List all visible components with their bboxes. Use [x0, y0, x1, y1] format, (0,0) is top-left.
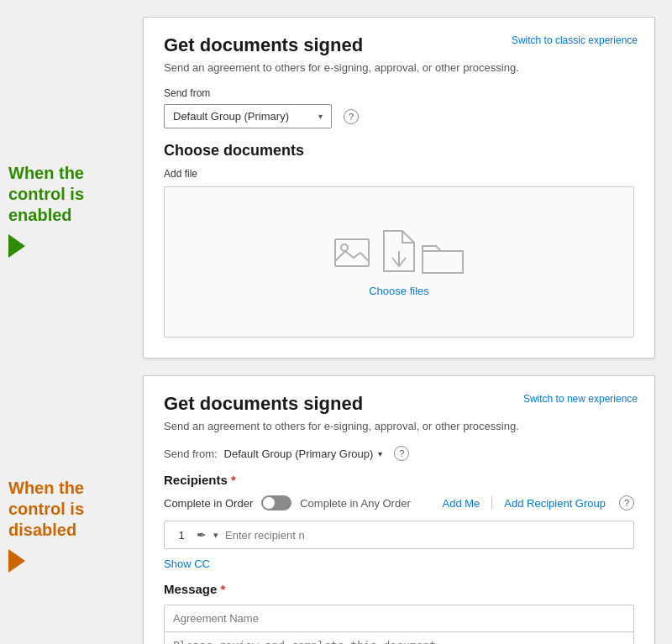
complete-order-row: Complete in Order Complete in Any Order … [164, 495, 634, 510]
enabled-label-container: When thecontrol isenabled [0, 25, 134, 344]
svg-rect-0 [335, 239, 369, 266]
recipient-num: 1 [173, 529, 190, 542]
complete-order-label: Complete in Order [164, 497, 253, 510]
panel1-subtitle: Send an agreement to others for e-signin… [164, 61, 634, 74]
send-from-label-1: Send from [164, 87, 634, 99]
help-icon-2[interactable]: ? [394, 446, 409, 461]
right-panels: Switch to classic experience Get documen… [134, 0, 672, 644]
enabled-arrow [8, 234, 25, 258]
svg-point-1 [341, 244, 348, 251]
recipient-input[interactable] [225, 529, 625, 542]
add-file-label: Add file [164, 168, 634, 180]
send-from-value-1: Default Group (Primary) [173, 110, 289, 123]
message-body-input[interactable] [165, 632, 633, 644]
file-drop-zone[interactable]: Choose files [164, 186, 634, 338]
panel2-subtitle: Send an agreement to others for e-signin… [164, 420, 634, 432]
message-required-star: * [221, 582, 226, 596]
agreement-name-input[interactable] [165, 605, 633, 632]
send-from-row-2: Send from: Default Group (Primary Group)… [164, 446, 634, 461]
choose-docs-title: Choose documents [164, 142, 634, 160]
message-box [164, 605, 634, 644]
dropdown-arrow-icon: ▾ [378, 449, 382, 458]
recipient-row: 1 ✒ ▾ [164, 521, 634, 549]
add-me-link[interactable]: Add Me [443, 497, 480, 510]
upload-icon [381, 228, 417, 275]
disabled-label: When thecontrol isdisabled [8, 478, 84, 541]
disabled-arrow [8, 549, 25, 573]
folder-icon [421, 238, 465, 275]
message-label: Message * [164, 582, 634, 596]
image-icon [333, 238, 377, 275]
send-from-label-2: Send from: [164, 448, 218, 460]
chevron-down-icon: ▾ [318, 112, 323, 121]
panel-disabled: Switch to new experience Get documents s… [143, 375, 655, 644]
add-recipient-group-link[interactable]: Add Recipient Group [504, 497, 606, 510]
show-cc-link[interactable]: Show CC [164, 558, 634, 570]
file-icons [333, 228, 465, 275]
switch-new-link[interactable]: Switch to new experience [523, 393, 638, 405]
switch-classic-link[interactable]: Switch to classic experience [512, 34, 638, 46]
required-star: * [231, 473, 236, 487]
panel-enabled: Switch to classic experience Get documen… [143, 17, 655, 359]
send-from-dropdown-1[interactable]: Default Group (Primary) ▾ [164, 104, 332, 128]
choose-files-link[interactable]: Choose files [369, 285, 429, 297]
recipient-type-chevron[interactable]: ▾ [213, 530, 218, 541]
help-icon-1[interactable]: ? [344, 109, 359, 124]
divider [491, 496, 492, 510]
left-labels: When thecontrol isenabled When thecontro… [0, 0, 134, 644]
recipients-label: Recipients * [164, 473, 634, 487]
send-from-dropdown-2[interactable]: Default Group (Primary Group) ▾ [224, 448, 383, 460]
enabled-label: When thecontrol isenabled [8, 163, 84, 226]
pen-icon: ✒ [197, 528, 207, 542]
any-order-label: Complete in Any Order [300, 497, 411, 510]
disabled-label-container: When thecontrol isdisabled [0, 344, 134, 644]
complete-order-toggle[interactable] [261, 495, 291, 510]
send-from-value-2: Default Group (Primary Group) [224, 448, 374, 460]
help-icon-3[interactable]: ? [619, 495, 634, 510]
